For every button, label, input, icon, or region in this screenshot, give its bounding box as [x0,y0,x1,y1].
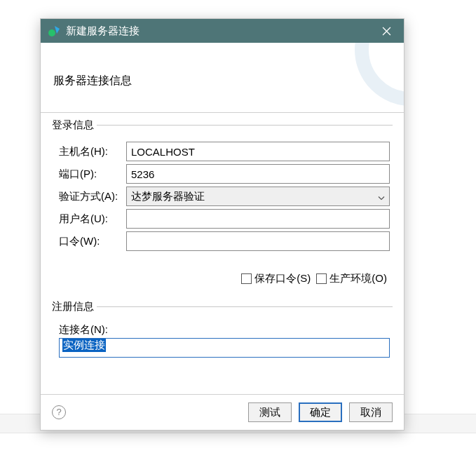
save-password-label: 保存口令(S) [254,272,311,285]
auth-select[interactable]: 达梦服务器验证 [126,187,390,206]
dialog-title: 新建服务器连接 [66,25,374,38]
footer: ? 测试 确定 取消 [41,395,404,430]
username-input[interactable] [126,209,390,229]
divider [97,125,393,126]
connection-name-label: 连接名(N): [59,323,126,337]
test-button[interactable]: 测试 [248,402,292,422]
host-label: 主机名(H): [59,145,126,158]
auth-label: 验证方式(A): [59,190,126,203]
new-server-connection-dialog: 新建服务器连接 服务器连接信息 登录信息 主机名(H): 端 [40,18,404,431]
app-icon [48,25,60,37]
ok-button[interactable]: 确定 [299,402,342,422]
body-area: 登录信息 主机名(H): 端口(P): 验证方式(A): 达梦服务器验证 [41,113,404,394]
password-label: 口令(W): [59,235,126,248]
connection-name-input[interactable]: 实例连接 [59,338,390,358]
titlebar: 新建服务器连接 [41,19,404,43]
divider [97,306,393,307]
svg-point-3 [362,43,404,99]
close-button[interactable] [374,19,398,43]
header-area: 服务器连接信息 [41,43,404,113]
connection-name-value: 实例连接 [62,339,106,352]
port-label: 端口(P): [59,168,126,181]
checkbox-box [316,273,327,284]
register-info-group: 注册信息 连接名(N): 实例连接 [52,300,393,360]
header-decoration [348,43,404,113]
register-legend: 注册信息 [52,300,97,313]
login-legend: 登录信息 [52,118,97,132]
production-env-label: 生产环境(O) [329,272,387,285]
help-icon[interactable]: ? [52,405,66,419]
svg-point-0 [48,29,55,36]
save-password-checkbox[interactable]: 保存口令(S) [241,272,311,285]
login-info-group: 登录信息 主机名(H): 端口(P): 验证方式(A): 达梦服务器验证 [52,118,393,294]
cancel-button[interactable]: 取消 [349,402,393,422]
host-input[interactable] [126,142,390,161]
password-input[interactable] [126,231,390,251]
header-text: 服务器连接信息 [53,74,132,88]
chevron-down-icon [378,191,385,203]
checkbox-box [241,273,252,284]
port-input[interactable] [126,164,390,184]
production-env-checkbox[interactable]: 生产环境(O) [316,272,387,285]
auth-select-value: 达梦服务器验证 [131,190,205,203]
username-label: 用户名(U): [59,212,126,226]
